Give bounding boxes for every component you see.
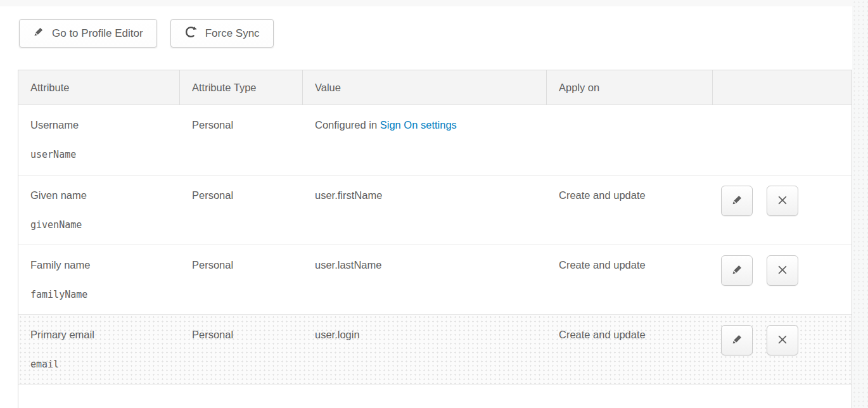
actions-cell	[713, 245, 852, 314]
table-row-partial	[18, 384, 852, 407]
attribute-type-cell: Personal	[180, 175, 303, 245]
table-row-family-name: Family name familyName Personal user.las…	[18, 245, 852, 314]
header-attribute-type: Attribute Type	[180, 70, 303, 105]
attribute-type-cell: Personal	[180, 105, 303, 175]
actions-cell	[713, 315, 852, 384]
table-header: Attribute Attribute Type Value Apply on	[18, 70, 852, 105]
edit-attribute-button[interactable]	[721, 255, 753, 286]
edit-attribute-button[interactable]	[721, 186, 753, 216]
table-row-primary-email: Primary email email Personal user.login …	[18, 314, 852, 384]
attribute-type-cell: Personal	[180, 245, 303, 314]
actions-cell	[713, 105, 852, 175]
pencil-icon	[731, 333, 743, 347]
attribute-mapping-table: Attribute Attribute Type Value Apply on …	[18, 70, 852, 408]
refresh-icon	[184, 25, 198, 42]
pencil-icon	[731, 194, 743, 208]
value-cell: Configured in Sign On settings	[303, 105, 547, 175]
edit-attribute-button[interactable]	[721, 325, 753, 355]
page-right-gutter	[852, 0, 868, 408]
close-icon	[776, 333, 789, 348]
attribute-label: Family name	[30, 258, 174, 271]
apply-on-cell: Create and update	[547, 175, 713, 245]
header-apply-on: Apply on	[547, 70, 713, 105]
remove-attribute-button[interactable]	[767, 325, 798, 355]
page-top-strip	[0, 0, 868, 6]
attribute-variable: userName	[30, 148, 174, 161]
value-cell: user.firstName	[303, 175, 547, 245]
remove-attribute-button[interactable]	[767, 255, 798, 286]
header-value: Value	[303, 70, 547, 105]
close-icon	[776, 194, 789, 208]
table-row-username: Username userName Personal Configured in…	[18, 105, 852, 175]
attribute-cell: Given name givenName	[18, 175, 180, 245]
remove-attribute-button[interactable]	[767, 186, 798, 216]
header-actions	[713, 70, 852, 105]
attribute-type-cell: Personal	[180, 315, 303, 384]
apply-on-cell	[547, 105, 713, 175]
table-row-given-name: Given name givenName Personal user.first…	[18, 175, 852, 245]
value-cell: user.lastName	[303, 245, 547, 314]
attribute-cell: Username userName	[18, 105, 180, 175]
go-to-profile-editor-button[interactable]: Go to Profile Editor	[19, 19, 157, 48]
go-to-profile-editor-label: Go to Profile Editor	[52, 27, 143, 40]
pencil-icon	[731, 264, 743, 277]
attribute-label: Given name	[30, 189, 174, 201]
attribute-variable: email	[30, 358, 174, 371]
apply-on-cell: Create and update	[547, 315, 713, 384]
force-sync-button[interactable]: Force Sync	[170, 19, 274, 48]
value-prefix: Configured in	[315, 119, 377, 131]
sign-on-settings-link[interactable]: Sign On settings	[380, 119, 457, 131]
apply-on-cell: Create and update	[547, 245, 713, 314]
attribute-cell: Family name familyName	[18, 245, 180, 314]
attribute-cell: Primary email email	[18, 315, 180, 384]
header-attribute: Attribute	[18, 70, 180, 105]
actions-cell	[713, 175, 852, 245]
attribute-variable: familyName	[30, 288, 174, 301]
close-icon	[776, 264, 789, 278]
attribute-label: Primary email	[30, 328, 174, 341]
attribute-variable: givenName	[30, 219, 174, 231]
value-cell: user.login	[303, 315, 547, 384]
force-sync-label: Force Sync	[205, 27, 260, 40]
toolbar: Go to Profile Editor Force Sync	[19, 19, 274, 48]
attribute-label: Username	[30, 118, 174, 131]
pencil-icon	[33, 26, 44, 41]
